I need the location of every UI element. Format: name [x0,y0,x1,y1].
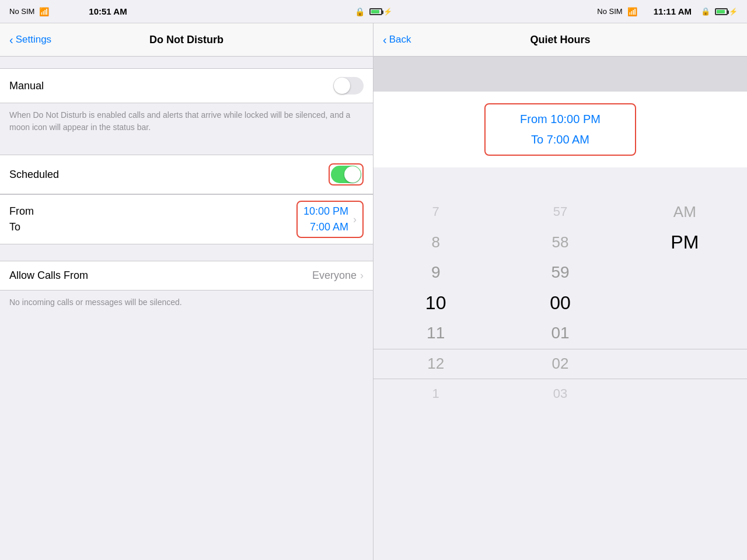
picker-minute-item: 02 [498,348,622,379]
left-back-label: Settings [16,34,51,46]
left-carrier: No SIM [9,7,34,16]
picker-hour-item: 7 [374,197,498,227]
manual-description: When Do Not Disturb is enabled calls and… [9,110,350,132]
picker-period-column[interactable]: AM PM [623,167,747,560]
scheduled-toggle[interactable] [331,166,361,183]
from-to-group: From To 10:00 PM 7:00 AM › [0,194,373,244]
left-nav: ‹ Settings Do Not Disturb [0,23,374,56]
right-lock-icon: 🔒 [701,7,710,16]
from-to-cell[interactable]: From To 10:00 PM 7:00 AM › [0,194,373,244]
picker-hour-item: 12 [374,348,498,379]
nav-container: ‹ Settings Do Not Disturb ‹ Back Quiet H… [0,23,747,57]
status-bar: No SIM 📶 10:51 AM 🔒 ⚡ No SIM 📶 11:11 AM … [0,0,747,23]
time-summary-section: From 10:00 PM To 7:00 AM [374,92,747,167]
right-wifi-icon: 📶 [627,7,637,16]
picker-container: 7 8 9 10 11 12 1 57 58 59 00 01 02 03 [374,167,747,560]
status-center: 🔒 ⚡ [196,7,551,16]
manual-toggle-thumb [334,78,350,94]
manual-label: Manual [9,80,44,92]
right-nav-title: Quiet Hours [530,34,590,46]
picker-minutes-column[interactable]: 57 58 59 00 01 02 03 [498,167,622,560]
no-calls-desc-cell: No incoming calls or messages will be si… [0,290,373,318]
from-to-chevron-icon: › [353,214,357,226]
bolt-icon: ⚡ [383,8,392,16]
left-wifi-icon: 📶 [39,7,49,16]
left-battery: ⚡ [369,8,392,16]
left-time: 10:51 AM [89,6,127,16]
from-to-labels: From To [9,205,34,233]
allow-calls-chevron-icon: › [360,270,364,282]
picker-minute-item: 57 [498,197,622,227]
picker-hour-item: 8 [374,227,498,257]
scheduled-label: Scheduled [9,169,59,181]
left-nav-title: Do Not Disturb [149,34,224,46]
quiet-hours-back-button[interactable]: ‹ Back [383,33,411,47]
picker-hours-column[interactable]: 7 8 9 10 11 12 1 [374,167,498,560]
right-battery: ⚡ [715,8,738,16]
to-value: 7:00 AM [310,221,348,233]
picker-minute-item: 58 [498,227,622,257]
picker-hour-item: 9 [374,257,498,288]
allow-calls-value: Everyone [312,270,357,282]
settings-back-button[interactable]: ‹ Settings [9,33,51,47]
allow-calls-right: Everyone › [312,270,364,282]
right-back-chevron-icon: ‹ [383,33,387,47]
to-label: To [9,221,34,233]
from-to-values: 10:00 PM 7:00 AM [303,205,348,233]
time-picker[interactable]: 7 8 9 10 11 12 1 57 58 59 00 01 02 03 [374,167,747,560]
right-bolt-icon: ⚡ [729,8,738,16]
from-value: 10:00 PM [303,205,348,218]
status-right: No SIM 📶 11:11 AM 🔒 ⚡ [551,6,738,16]
scheduled-toggle-thumb [344,166,361,183]
picker-minute-item: 03 [498,379,622,409]
quiet-hours-header [374,57,747,92]
right-time: 11:11 AM [654,6,692,16]
picker-hour-item: 1 [374,379,498,409]
allow-calls-cell[interactable]: Allow Calls From Everyone › [0,261,373,290]
time-summary-to: To 7:00 AM [502,133,619,146]
left-panel: Manual When Do Not Disturb is enabled ca… [0,57,374,560]
manual-description-cell: When Do Not Disturb is enabled calls and… [0,103,373,143]
allow-calls-group: Allow Calls From Everyone › No incoming … [0,261,373,318]
picker-period-selected: PM [623,227,747,257]
from-to-outlined: 10:00 PM 7:00 AM › [296,201,364,238]
manual-toggle[interactable] [333,77,364,94]
picker-minute-item: 01 [498,318,622,348]
time-summary-from: From 10:00 PM [502,113,619,126]
right-carrier: No SIM [597,7,622,16]
allow-calls-label: Allow Calls From [9,270,88,282]
content-area: Manual When Do Not Disturb is enabled ca… [0,57,747,560]
scheduled-toggle-outlined [329,163,364,186]
picker-hour-selected: 10 [374,288,498,318]
right-back-label: Back [389,34,411,46]
picker-period-item: AM [623,197,747,227]
from-label: From [9,205,34,218]
picker-hour-item: 11 [374,318,498,348]
right-panel: From 10:00 PM To 7:00 AM 7 8 9 10 11 12 … [374,57,747,560]
picker-minute-item: 59 [498,257,622,288]
scheduled-group: Scheduled [0,155,373,194]
status-left: No SIM 📶 10:51 AM [9,6,196,16]
time-summary-box: From 10:00 PM To 7:00 AM [484,103,636,156]
no-calls-desc-text: No incoming calls or messages will be si… [9,298,182,307]
scheduled-cell: Scheduled [0,155,373,194]
picker-minute-selected: 00 [498,288,622,318]
back-chevron-icon: ‹ [9,33,13,47]
manual-cell: Manual [0,68,373,103]
right-nav: ‹ Back Quiet Hours [374,23,747,56]
manual-group: Manual When Do Not Disturb is enabled ca… [0,68,373,143]
screen-lock-icon: 🔒 [355,7,365,16]
